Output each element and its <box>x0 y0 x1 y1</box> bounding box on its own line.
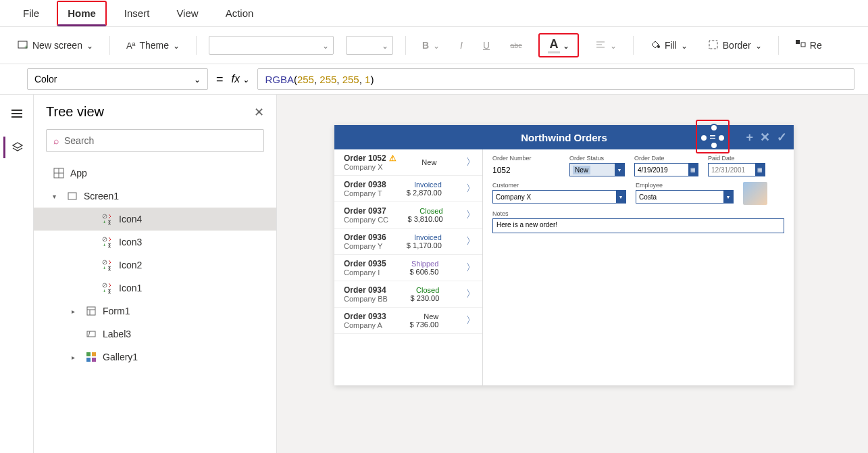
menu-home[interactable]: Home <box>57 1 107 26</box>
tree-item-icon3[interactable]: +Icon3 <box>34 231 276 254</box>
italic-button[interactable]: I <box>456 37 467 53</box>
add-icon[interactable]: + <box>746 130 753 145</box>
tree-search-input[interactable]: ⌕ Search <box>46 129 264 152</box>
reorder-button[interactable]: Re <box>791 37 826 55</box>
underline-button[interactable]: U <box>479 37 494 53</box>
order-row[interactable]: Order 0933Company ANew$ 736.00〉 <box>334 308 482 334</box>
order-status-select[interactable]: New▾ <box>569 163 625 176</box>
new-screen-button[interactable]: + New screen <box>14 37 97 55</box>
svg-text:+: + <box>103 265 106 271</box>
order-date-value: 4/19/2019 <box>638 166 668 174</box>
tree-item-icon4[interactable]: +Icon4 <box>34 208 276 231</box>
order-amount: $ 2,870.00 <box>407 189 442 197</box>
menu-view[interactable]: View <box>167 2 207 24</box>
svg-rect-33 <box>92 358 96 362</box>
close-icon[interactable]: ✕ <box>254 105 264 120</box>
rail-hamburger[interactable] <box>3 103 30 124</box>
theme-label: Theme <box>139 40 169 51</box>
order-date-input[interactable]: 4/19/2019▦ <box>634 163 698 176</box>
border-label: Border <box>723 40 751 51</box>
order-row[interactable]: Order 0938Company TInvoiced$ 2,870.00〉 <box>334 176 482 202</box>
tree-item-label: Form1 <box>103 306 130 316</box>
tree-item-label3[interactable]: Label3 <box>34 323 276 345</box>
order-amount: $ 3,810.00 <box>408 215 443 223</box>
align-button[interactable] <box>591 37 621 53</box>
app-preview: Northwind Orders + ✕ ✓ Order 1052⚠Compan… <box>334 125 794 385</box>
tree-item-label: Icon3 <box>119 237 142 247</box>
calendar-icon: ▦ <box>688 164 698 176</box>
menu-insert[interactable]: Insert <box>115 2 159 24</box>
customer-select[interactable]: Company X▾ <box>492 190 626 204</box>
order-company: Company T <box>344 189 386 197</box>
app-title: Northwind Orders <box>521 132 607 143</box>
fx-label[interactable]: fx <box>232 73 250 85</box>
field-label: Order Number <box>492 155 560 162</box>
menu-file[interactable]: File <box>14 2 49 24</box>
chevron-right-icon: 〉 <box>466 288 476 300</box>
order-status: Closed <box>419 207 442 215</box>
chevron-down-icon <box>755 40 762 51</box>
order-company: Company I <box>344 268 386 277</box>
tree-item-label: Gallery1 <box>103 352 138 362</box>
order-row[interactable]: Order 1052⚠Company XNew〉 <box>334 149 482 176</box>
fill-button[interactable]: Fill <box>646 37 692 55</box>
tree-item-icon2[interactable]: +Icon2 <box>34 254 276 277</box>
field-label: Customer <box>492 182 626 189</box>
svg-rect-25 <box>87 307 95 315</box>
chevron-down-icon <box>86 40 93 51</box>
order-row[interactable]: Order 0934Company BBClosed$ 230.00〉 <box>334 281 482 308</box>
rail-tree-view[interactable] <box>3 137 30 158</box>
dropdown-icon: ▾ <box>616 190 626 204</box>
tree-item-label: Icon4 <box>119 214 142 224</box>
order-row[interactable]: Order 0937Company CCClosed$ 3,810.00〉 <box>334 202 482 229</box>
svg-rect-31 <box>92 352 96 356</box>
tree-item-form1[interactable]: ▸Form1 <box>34 300 276 323</box>
font-family-select[interactable] <box>209 36 334 55</box>
tree-view-panel: Tree view ✕ ⌕ Search App ▾ Screen1 +Icon… <box>34 95 277 453</box>
control-icon: + <box>101 236 113 248</box>
bold-button[interactable]: B <box>418 37 444 53</box>
notes-input[interactable]: Here is a new order! <box>492 218 784 233</box>
order-status: New <box>424 312 438 320</box>
field-label: Order Status <box>569 155 625 162</box>
menu-action[interactable]: Action <box>216 2 263 24</box>
order-row[interactable]: Order 0935Company IShipped$ 606.50〉 <box>334 255 482 281</box>
tree-item-label: App <box>70 168 87 178</box>
svg-rect-32 <box>86 358 91 362</box>
tree-item-gallery1[interactable]: ▸Gallery1 <box>34 345 276 368</box>
check-icon[interactable]: ✓ <box>777 130 787 145</box>
paid-date-input[interactable]: 12/31/2001▦ <box>708 163 765 176</box>
screen-icon <box>66 190 78 202</box>
svg-rect-7 <box>796 40 800 44</box>
formula-input[interactable]: RGBA(255, 255, 255, 1) <box>257 68 854 90</box>
strikethrough-button[interactable]: abc <box>506 39 526 52</box>
order-number-value: 1052 <box>492 163 560 175</box>
svg-text:+: + <box>103 288 106 294</box>
order-amount: $ 230.00 <box>410 294 439 302</box>
tree-item-icon1[interactable]: +Icon1 <box>34 277 276 300</box>
font-size-select[interactable] <box>346 36 393 55</box>
customer-value: Company X <box>496 193 531 201</box>
svg-rect-12 <box>68 193 76 199</box>
tree-item-screen[interactable]: ▾ Screen1 <box>34 185 276 208</box>
grip-icon <box>707 131 718 142</box>
font-color-button[interactable]: A <box>538 33 579 57</box>
order-title: Order 0936 <box>344 233 386 242</box>
selected-control-handle[interactable] <box>696 120 730 153</box>
dropdown-icon: ▾ <box>615 163 624 176</box>
property-select[interactable]: Color <box>27 68 208 90</box>
chevron-down-icon <box>681 40 688 51</box>
chevron-right-icon: 〉 <box>466 235 476 247</box>
theme-button[interactable]: Aª Theme <box>122 37 184 53</box>
order-row[interactable]: Order 0936Company YInvoiced$ 1,170.00〉 <box>334 229 482 255</box>
main-area: Tree view ✕ ⌕ Search App ▾ Screen1 +Icon… <box>0 95 868 453</box>
cancel-icon[interactable]: ✕ <box>760 130 770 145</box>
order-amount: $ 736.00 <box>409 320 438 329</box>
border-button[interactable]: Border <box>704 37 766 55</box>
reorder-icon <box>795 39 806 52</box>
employee-select[interactable]: Costa▾ <box>636 190 734 204</box>
control-icon <box>85 305 97 317</box>
border-icon <box>708 39 719 52</box>
control-icon: + <box>101 213 113 225</box>
tree-item-app[interactable]: App <box>34 162 276 185</box>
